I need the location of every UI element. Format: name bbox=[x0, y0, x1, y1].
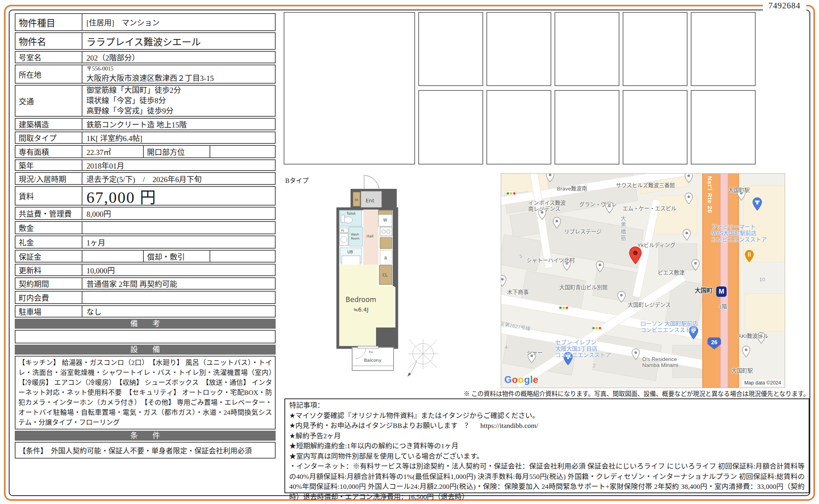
document-id: 7492684 bbox=[763, 1, 806, 11]
row-label: 礼金 bbox=[16, 236, 82, 248]
room-label-cl: CL bbox=[382, 273, 388, 277]
map-label: 大国町レジデンス bbox=[628, 302, 671, 308]
row-value bbox=[82, 222, 275, 233]
row-value: 御堂筋線「大国町」徒歩2分 環状線「今宮」徒歩8分 高野線「今宮戎」徒歩9分 bbox=[82, 86, 275, 116]
photo-placeholder bbox=[418, 12, 483, 86]
floorplan-type-label: Bタイプ bbox=[285, 175, 309, 185]
row-label: 町内会費 bbox=[16, 292, 82, 303]
row-value: なし bbox=[82, 306, 275, 317]
map-pin-icon bbox=[742, 345, 750, 359]
row-label: 共益費・管理費 bbox=[16, 208, 82, 219]
row-label: 現況/入居時期 bbox=[16, 173, 82, 184]
table-row: 築年2018年01月 bbox=[15, 159, 276, 171]
fix-window bbox=[358, 346, 378, 348]
map-label: 大国町青山ビル別館 bbox=[559, 284, 608, 290]
compass-icon bbox=[408, 339, 438, 377]
row-label: 物件種目 bbox=[16, 14, 82, 30]
map-label: エム・ケー・エスビル bbox=[623, 206, 676, 212]
map-label: AKI難波ビル bbox=[738, 333, 768, 339]
map-label: リブレステージ bbox=[564, 229, 602, 235]
section-header-joken: 条 件 bbox=[15, 431, 276, 441]
google-logo-letter: o bbox=[518, 374, 524, 385]
map-pin-icon bbox=[546, 173, 554, 184]
row-value: 202（2階部分） bbox=[82, 52, 275, 63]
row-label: 交通 bbox=[16, 86, 82, 116]
joken-text: 【条件】 外国人契約可能・保証人不要・単身者限定・保証会社利用必須 bbox=[15, 442, 276, 459]
room-label-ub: UB bbox=[347, 250, 353, 254]
row-label: 間取タイプ bbox=[16, 132, 82, 143]
map-label: サウスヒルズ難波三番館 bbox=[616, 182, 675, 188]
google-logo: Google bbox=[504, 374, 539, 385]
map-block bbox=[501, 234, 542, 271]
row-value bbox=[82, 251, 143, 262]
row-value: 〒556-0015大阪府大阪市浪速区敷津西２丁目3-15 bbox=[82, 65, 275, 83]
table-row: 保証金償却・敷引 bbox=[15, 250, 276, 263]
table-row: 共益費・管理費8,000円 bbox=[15, 207, 276, 220]
address: 大阪府大阪市浪速区敷津西２丁目3-15 bbox=[86, 72, 271, 83]
map: Nat'l Rte 26 M26 Brave難波南サウスヒルズ難波三番館インボイ… bbox=[501, 173, 785, 388]
section-header-biko: 備 考 bbox=[15, 319, 276, 329]
property-table: 物件種目[住居用] マンション物件名ララプレイス難波シエール号室名202（2階部… bbox=[15, 12, 276, 459]
row-value: [住居用] マンション bbox=[82, 14, 275, 30]
map-label: 1階 bbox=[719, 304, 727, 310]
row-label: 敷金 bbox=[16, 222, 82, 233]
google-logo-letter: g bbox=[524, 374, 530, 385]
row-value: 1K[ 洋室約6.4帖] bbox=[82, 132, 275, 143]
map-label: 大黒橋筋 bbox=[620, 216, 626, 242]
disclaimer: ※ この資料は物件の概略紹介資料になります。写真、間取図面、設備、概要などが現況… bbox=[431, 389, 809, 398]
room-label-fix: Fix bbox=[369, 351, 373, 354]
map-pin-icon bbox=[553, 217, 561, 230]
map-pin-icon bbox=[691, 259, 700, 273]
row-value: 67,000 円 bbox=[82, 187, 275, 205]
table-row: 物件種目[住居用] マンション bbox=[15, 13, 276, 31]
row-value: 鉄筋コンクリート造 地上15階 bbox=[82, 119, 275, 129]
page: 7492684 物件種目[住居用] マンション物件名ララプレイス難波シエール号室… bbox=[0, 0, 819, 504]
room-label-wash2: Room bbox=[351, 237, 359, 240]
row-label: 号室名 bbox=[16, 52, 82, 63]
kitchen-counter bbox=[380, 237, 392, 249]
google-logo-letter: e bbox=[533, 374, 539, 385]
map-label: 10 bbox=[759, 277, 765, 282]
map-pin-icon bbox=[684, 192, 693, 206]
biko-box bbox=[15, 330, 276, 343]
map-pin-icon bbox=[596, 261, 604, 274]
table-row: 敷金 bbox=[15, 221, 276, 234]
room-label-hall: Hall bbox=[366, 234, 373, 238]
row-value: 普通借家 2年間 再契約可能 bbox=[82, 278, 275, 289]
metro-station-icon: M bbox=[716, 286, 727, 297]
photo-placeholder bbox=[691, 90, 756, 165]
traffic-light-icon bbox=[506, 191, 516, 196]
room-label-bedroom: Bedroom bbox=[346, 296, 376, 304]
row-value: ララプレイス難波シエール bbox=[82, 33, 275, 49]
table-row: 交通御堂筋線「大国町」徒歩2分 環状線「今宮」徒歩8分 高野線「今宮戎」徒歩9分 bbox=[15, 85, 276, 117]
photo-placeholder-large bbox=[284, 12, 415, 165]
rail-line bbox=[720, 174, 729, 388]
row-value: 10,000円 bbox=[82, 265, 275, 275]
map-attribution: Map data ©2024 bbox=[742, 380, 783, 386]
traffic-light-icon bbox=[592, 326, 602, 330]
row-value: 8,000円 bbox=[82, 208, 275, 219]
photo-placeholder bbox=[554, 12, 619, 86]
map-label: シャトーハイツ北村 bbox=[527, 257, 575, 263]
postal-code: 〒556-0015 bbox=[86, 66, 271, 72]
table-row: 礼金1ヶ月 bbox=[15, 235, 276, 249]
row-label: 駐車場 bbox=[16, 306, 82, 317]
row-label: 賃料 bbox=[16, 187, 82, 205]
notes-box: 特記事項： ★マイソク要確認『オリジナル物件資料』またはイタンジからご確認くださ… bbox=[284, 398, 809, 493]
map-label: 大国町駅 bbox=[731, 368, 753, 374]
map-label: 大国町 bbox=[695, 287, 713, 293]
google-logo-letter: o bbox=[512, 374, 518, 385]
photo-placeholder bbox=[486, 12, 551, 86]
photo-placeholder bbox=[554, 90, 619, 165]
map-label: ピエス敷津 bbox=[658, 270, 685, 276]
entrance-door-arc bbox=[364, 175, 379, 190]
map-label: ローソン 大国町駅前店 コンビニエンスストア bbox=[641, 320, 698, 333]
row-value bbox=[82, 292, 275, 303]
row-label: 建築構造 bbox=[16, 119, 82, 129]
row-label: 契約期間 bbox=[16, 278, 82, 289]
map-label: Ykビルディング bbox=[637, 242, 676, 248]
table-row: 間取タイプ1K[ 洋室約6.4帖] bbox=[15, 131, 276, 144]
row-value: 1ヶ月 bbox=[82, 236, 275, 248]
room-label-balcony: Balcony bbox=[364, 358, 382, 363]
map-pin-icon bbox=[501, 275, 507, 288]
